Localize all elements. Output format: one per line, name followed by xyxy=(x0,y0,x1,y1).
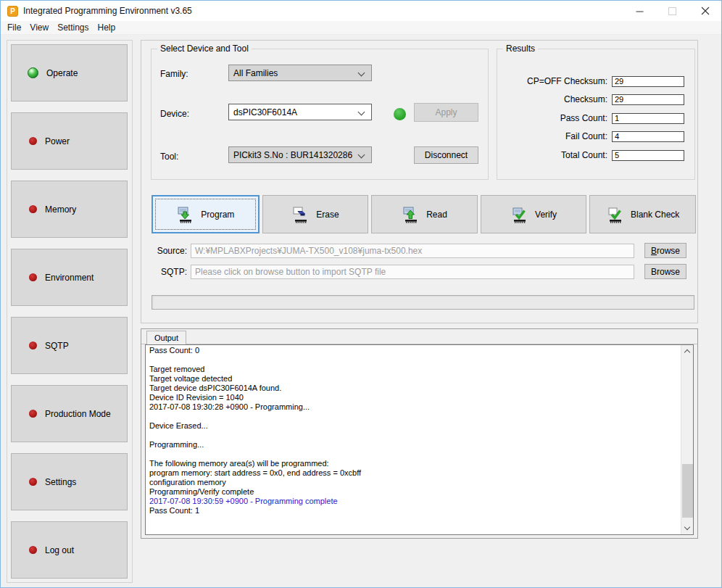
output-log-area: Pass Count: 0 Target removed Target volt… xyxy=(145,344,694,535)
chevron-up-icon xyxy=(684,349,690,355)
device-select[interactable]: dsPIC30F6014A xyxy=(228,104,372,120)
status-led-icon xyxy=(29,205,37,213)
verify-icon xyxy=(510,205,529,224)
menu-settings[interactable]: Settings xyxy=(53,22,93,33)
sidebar-item-settings[interactable]: Settings xyxy=(11,453,128,510)
result-label: CP=OFF Checksum: xyxy=(505,76,612,86)
read-icon xyxy=(402,205,420,224)
device-label: Device: xyxy=(160,109,189,119)
menu-help[interactable]: Help xyxy=(94,22,120,33)
browse-label: Browse xyxy=(651,246,680,256)
family-value: All Families xyxy=(233,68,278,78)
blank-check-label: Blank Check xyxy=(631,210,679,220)
status-led-icon xyxy=(29,273,37,281)
sidebar-item-label: Power xyxy=(45,136,70,146)
checksum-field: 29 xyxy=(612,94,684,105)
log-line: program memory: start address = 0x0, end… xyxy=(149,468,681,478)
result-row: CP=OFF Checksum: 29 xyxy=(505,75,684,87)
log-line: 2017-07-08 19:30:59 +0900 - Programming … xyxy=(149,497,681,506)
app-window: P Integrated Programming Environment v3.… xyxy=(0,0,722,588)
log-line xyxy=(149,355,681,365)
scroll-down-button[interactable] xyxy=(681,522,693,534)
sidebar-item-log-out[interactable]: Log out xyxy=(11,521,128,579)
read-button[interactable]: Read xyxy=(371,195,478,233)
scroll-up-button[interactable] xyxy=(681,345,693,357)
sidebar-item-memory[interactable]: Memory xyxy=(11,181,128,238)
verify-label: Verify xyxy=(535,210,557,220)
family-label: Family: xyxy=(160,69,188,79)
log-line: configuration memory xyxy=(149,478,681,487)
scrollbar-thumb[interactable] xyxy=(682,464,693,518)
disconnect-button[interactable]: Disconnect xyxy=(414,146,478,164)
sidebar-item-label: Operate xyxy=(46,68,78,78)
sqtp-browse-button[interactable]: Browse xyxy=(644,264,686,279)
log-line xyxy=(149,431,681,440)
sidebar-item-label: Log out xyxy=(45,545,74,555)
maximize-icon xyxy=(668,7,676,15)
tool-select[interactable]: PICkit3 S.No : BUR141320286 xyxy=(228,146,372,163)
progress-bar xyxy=(152,295,694,310)
chevron-down-icon xyxy=(358,152,365,159)
result-label: Checksum: xyxy=(505,94,612,104)
group-title: Results xyxy=(503,44,538,54)
source-row: Source: W:¥MPLABXProjects¥JUMA-TX500_v10… xyxy=(152,243,686,258)
sidebar-item-operate[interactable]: Operate xyxy=(11,44,128,102)
fail-count-field: 4 xyxy=(612,131,684,142)
erase-button[interactable]: Erase xyxy=(262,195,369,233)
disconnect-label: Disconnect xyxy=(425,150,468,160)
results-group: Results CP=OFF Checksum: 29 Checksum: 29… xyxy=(497,49,695,180)
select-device-tool-group: Select Device and Tool Family: All Famil… xyxy=(151,49,489,180)
sidebar-item-sqtp[interactable]: SQTP xyxy=(11,317,128,374)
log-line: Programming/Verify complete xyxy=(149,487,681,497)
sidebar-item-label: Production Mode xyxy=(45,409,111,419)
log-line: Device Erased... xyxy=(149,421,681,431)
sidebar-item-production-mode[interactable]: Production Mode xyxy=(11,385,128,442)
menu-file[interactable]: File xyxy=(3,22,25,33)
source-browse-button[interactable]: Browse xyxy=(644,243,686,258)
blank-check-button[interactable]: Blank Check xyxy=(589,195,696,233)
status-led-icon xyxy=(29,478,37,486)
source-label: Source: xyxy=(152,246,191,256)
chevron-down-icon xyxy=(684,524,690,530)
sidebar-item-label: Memory xyxy=(45,204,76,215)
read-label: Read xyxy=(426,210,447,220)
log-line: 2017-07-08 19:30:28 +0900 - Programming.… xyxy=(149,402,681,412)
device-status-icon xyxy=(394,108,406,120)
result-label: Total Count: xyxy=(505,150,612,160)
source-field[interactable]: W:¥MPLABXProjects¥JUMA-TX500_v108¥juma-t… xyxy=(191,244,634,258)
program-label: Program xyxy=(201,210,234,220)
program-button[interactable]: Program xyxy=(152,195,260,233)
sqtp-label: SQTP: xyxy=(152,267,191,277)
log-line: Programming... xyxy=(149,440,681,450)
result-row: Checksum: 29 xyxy=(505,94,684,105)
result-row: Pass Count: 1 xyxy=(505,112,684,124)
log-line: Pass Count: 1 xyxy=(149,506,681,515)
apply-label: Apply xyxy=(435,107,457,117)
menu-view[interactable]: View xyxy=(25,22,53,33)
log-line: Target removed xyxy=(149,365,681,374)
result-row: Fail Count: 4 xyxy=(505,131,684,142)
result-label: Fail Count: xyxy=(505,131,612,141)
family-select[interactable]: All Families xyxy=(228,65,372,81)
blank-check-icon xyxy=(606,205,625,224)
vertical-scrollbar[interactable] xyxy=(681,345,693,534)
close-button[interactable] xyxy=(689,1,721,21)
chevron-down-icon xyxy=(358,70,365,77)
program-icon xyxy=(176,205,195,224)
titlebar: P Integrated Programming Environment v3.… xyxy=(1,1,721,21)
minimize-button[interactable] xyxy=(623,1,656,21)
apply-button[interactable]: Apply xyxy=(414,103,478,122)
verify-button[interactable]: Verify xyxy=(481,195,587,233)
log-line xyxy=(149,450,681,459)
maximize-button[interactable] xyxy=(656,1,689,21)
sidebar-item-environment[interactable]: Environment xyxy=(11,249,128,306)
minimize-icon xyxy=(636,7,644,15)
sidebar: Operate Power Memory Environment SQTP Pr… xyxy=(7,40,133,583)
window-title: Integrated Programming Environment v3.65 xyxy=(23,6,192,16)
sqtp-field[interactable]: Please click on browse button to import … xyxy=(191,265,634,279)
sidebar-item-power[interactable]: Power xyxy=(11,112,128,170)
log-line xyxy=(149,412,681,421)
tab-output[interactable]: Output xyxy=(146,331,186,344)
chevron-down-icon xyxy=(358,109,365,116)
action-button-row: Program Erase xyxy=(152,195,696,233)
